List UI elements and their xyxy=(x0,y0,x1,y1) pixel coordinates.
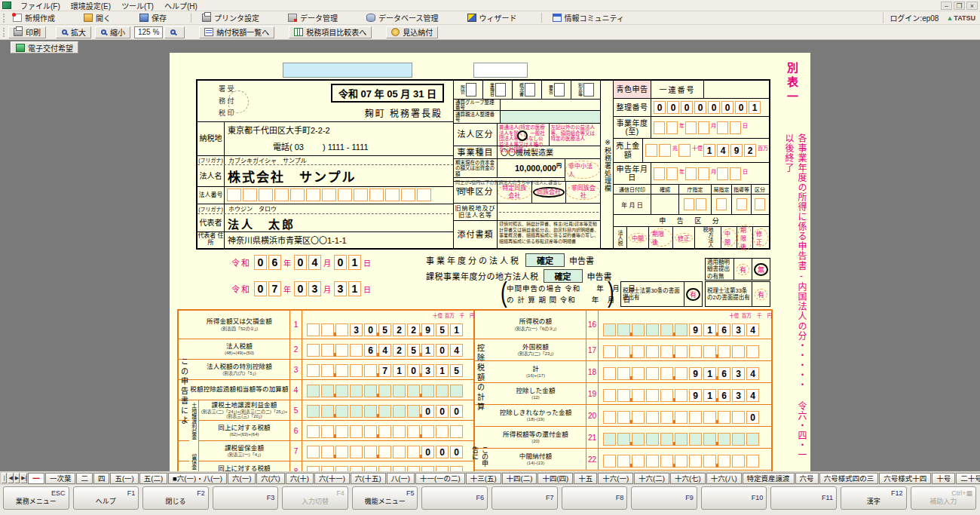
capital-amount[interactable]: 10,000,000円 xyxy=(498,159,565,177)
menu-item-2[interactable]: ツール(T) xyxy=(116,0,159,12)
check-box[interactable] xyxy=(716,198,727,210)
focused-input-box[interactable] xyxy=(283,63,412,78)
database-management-button[interactable]: データベース管理 xyxy=(362,11,443,24)
fn-key-ESC[interactable]: ESC業務メニュー xyxy=(3,486,69,510)
sheet-tab-11[interactable]: 六(十五) xyxy=(351,473,386,484)
office-box-field[interactable] xyxy=(495,83,506,97)
fn-key-F11[interactable]: F11 xyxy=(770,486,837,510)
sheet-tab-17[interactable]: 十五 xyxy=(574,473,597,484)
tekiyo-yes-option[interactable]: 有 xyxy=(733,259,752,280)
fn-key-F6[interactable]: F6 xyxy=(421,486,488,510)
process-cell-5[interactable] xyxy=(752,195,768,214)
rep-name[interactable]: 法人 太郎 xyxy=(225,214,453,231)
fn-key-F8[interactable]: F8 xyxy=(562,486,628,510)
old-address-field[interactable] xyxy=(498,204,600,220)
amount-cells[interactable]: 0 xyxy=(599,405,771,426)
sheet-tab-6[interactable]: ■六(一)・八(一) xyxy=(168,473,227,484)
group-number-field[interactable] xyxy=(501,100,600,110)
tab-nav-2[interactable]: ▶ xyxy=(14,473,20,483)
fiscal-year-boxes[interactable]: 年月日 xyxy=(651,120,769,136)
menu-item-0[interactable]: ファイル(F) xyxy=(15,0,66,12)
sheet-tab-22[interactable]: 特定資産譲渡 xyxy=(743,473,795,484)
family-option-dozoku[interactable]: 同族会社 xyxy=(532,182,567,203)
sheet-tab-18[interactable]: 十六(一) xyxy=(598,473,633,484)
corp-class-option-left[interactable]: 普通法人(特定の医療法人を除く)、一般社団法人等、みなし公益法人等又は人格のない… xyxy=(498,124,550,146)
amount-cells[interactable] xyxy=(599,427,771,448)
rep-address[interactable]: 神奈川県横浜市青葉区〇〇1-1-1 xyxy=(225,232,453,248)
family-option-hidozoku[interactable]: 非同族会社 xyxy=(566,182,600,203)
zoom-level-field[interactable]: 125 % xyxy=(134,26,163,38)
sheet-tab-12[interactable]: 八(一) xyxy=(387,473,415,484)
zoom-in-button[interactable]: 拡大 xyxy=(56,26,91,38)
fn-key-F1[interactable]: F1ヘルプ xyxy=(73,486,139,510)
fn-key-Ctrl[interactable]: Ctrl+▦補助入力 xyxy=(911,486,977,510)
parent-number-field[interactable] xyxy=(501,111,600,123)
filing-date-boxes[interactable]: 年月日 xyxy=(651,166,769,182)
fn-key-F4[interactable]: F4入力切替 xyxy=(282,486,348,510)
amount-cells[interactable]: 91634 xyxy=(599,383,771,404)
process-cell-2[interactable] xyxy=(679,195,712,214)
payment-list-button[interactable]: 納付税額一覧へ xyxy=(199,26,274,38)
tab-nav-0[interactable]: |◀ xyxy=(2,473,7,483)
corp-tax-amended[interactable]: 修正 xyxy=(673,227,695,248)
check-box[interactable] xyxy=(684,198,694,210)
zoom-select-button[interactable] xyxy=(164,26,185,38)
process-cell-4[interactable] xyxy=(732,195,752,214)
sheet-tab-15[interactable]: 十四(二) xyxy=(502,473,537,484)
sheet-tab-16[interactable]: 十四(四) xyxy=(537,473,573,484)
period-to-date[interactable]: 令和07年03月31日 xyxy=(231,281,374,296)
reference-number-boxes[interactable]: 00000001 xyxy=(651,100,769,115)
family-option-tokutei[interactable]: 特定同族会社 xyxy=(498,182,532,203)
local-tax-amended[interactable]: 修正 xyxy=(753,227,768,248)
open-button[interactable]: 開く xyxy=(79,11,115,24)
zeirishi-33-option[interactable]: 有 xyxy=(752,282,770,306)
sheet-tab-27[interactable]: 二十号 xyxy=(956,473,980,484)
tekiyo-no-option[interactable]: 無 xyxy=(752,259,770,280)
sheet-tab-26[interactable]: 十号 xyxy=(932,473,955,484)
menu-item-3[interactable]: ヘルプ(H) xyxy=(159,0,203,12)
restore-button[interactable]: ❐ xyxy=(954,2,965,10)
office-box-field[interactable] xyxy=(466,83,476,97)
corp-kana[interactable]: カブシキガイシャ サンプル xyxy=(225,156,307,164)
sheet-tab-5[interactable]: 五(二) xyxy=(139,473,167,484)
sheet-tab-2[interactable]: 二 xyxy=(76,473,93,484)
sheet-tab-19[interactable]: 十六(二) xyxy=(634,473,669,484)
amount-cells[interactable] xyxy=(599,449,771,470)
non-small-corp-option[interactable]: 非中小法人 xyxy=(565,159,600,181)
sheet-tab-7[interactable]: 六(一) xyxy=(228,473,256,484)
corp-number-boxes[interactable] xyxy=(225,187,453,203)
amount-cells[interactable]: 十億百万千円30522951 xyxy=(302,311,473,339)
amount-cells[interactable] xyxy=(302,380,473,400)
corp-name[interactable]: 株式会社 サンプル xyxy=(225,165,453,186)
info-community-button[interactable]: 情報コミュニティ xyxy=(548,11,629,24)
sheet-tab-24[interactable]: 六号様式四の三 xyxy=(819,473,879,484)
fn-key-F10[interactable]: F10 xyxy=(701,486,767,510)
receipt-date-box[interactable]: 令和 07 年 05 月 31 日 xyxy=(331,84,444,103)
final-return-badge[interactable]: 確定 xyxy=(525,253,565,267)
sheet-tab-8[interactable]: 六(六) xyxy=(256,473,284,484)
rep-kana[interactable]: ホウジン タロウ xyxy=(225,204,277,213)
blank-input-box[interactable] xyxy=(473,63,528,78)
fn-key-F5[interactable]: F5機能メニュー xyxy=(352,486,418,510)
print-button[interactable]: 印刷 xyxy=(8,26,46,38)
check-box[interactable] xyxy=(737,198,747,210)
zeirishi-30-option[interactable]: 有 xyxy=(684,282,702,306)
office-box-field[interactable] xyxy=(525,83,535,97)
new-button[interactable]: 新規作成 xyxy=(8,11,60,24)
sheet-tab-25[interactable]: 六号様式十四 xyxy=(879,473,931,484)
check-box[interactable] xyxy=(696,198,706,210)
process-cell-3[interactable] xyxy=(712,195,732,214)
sheet-tab-3[interactable]: 四 xyxy=(93,473,110,484)
zoom-out-button[interactable]: 縮小 xyxy=(95,26,130,38)
amount-cells[interactable]: 000 xyxy=(302,400,473,420)
amount-cells[interactable]: 000 xyxy=(302,441,473,461)
fn-key-F7[interactable]: F7 xyxy=(492,486,558,510)
fn-key-F3[interactable]: F3 xyxy=(213,486,279,510)
local-tax-late[interactable]: 期限後 xyxy=(737,227,753,248)
tax-compare-button[interactable]: 税務項目比較表へ xyxy=(289,26,372,38)
save-button[interactable]: 保存 xyxy=(135,11,171,24)
taxpayer-address[interactable]: 東京都千代田区大手町2-2-2 xyxy=(228,124,450,136)
tab-nav-1[interactable]: ◀ xyxy=(8,473,13,483)
sheet-tab-20[interactable]: 十六(七) xyxy=(670,473,706,484)
amount-cells[interactable]: 十億百万千円91634 xyxy=(599,311,771,339)
